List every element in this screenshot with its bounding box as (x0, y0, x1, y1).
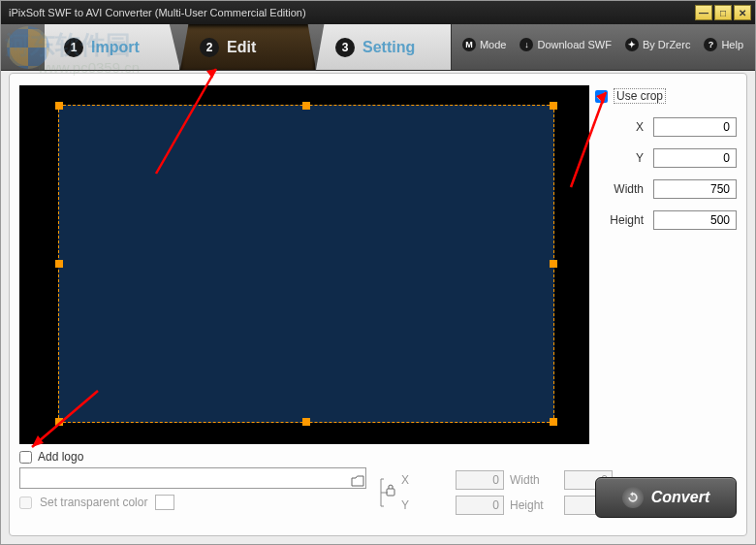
logo-height-label: Height (510, 498, 558, 512)
use-crop-label: Use crop (614, 88, 666, 104)
logo-x-label: X (401, 473, 450, 487)
crop-height-label: Height (610, 213, 644, 227)
tab-label: Edit (227, 39, 256, 56)
bottom-panel: Add logo X Width Y Height (19, 450, 737, 526)
minimize-button[interactable]: — (695, 5, 712, 20)
mode-link[interactable]: M Mode (462, 38, 507, 51)
crop-handle-s[interactable] (302, 418, 310, 426)
crop-handle-w[interactable] (55, 260, 63, 268)
crop-handle-sw[interactable] (55, 418, 63, 426)
use-crop-checkbox[interactable] (595, 90, 608, 103)
mode-icon: M (462, 38, 476, 51)
content-panel: Use crop X Y Width Height (9, 73, 747, 536)
logo-x-input (456, 470, 504, 490)
link-label: Help (721, 39, 743, 50)
folder-icon (351, 475, 364, 487)
logo-y-input (456, 496, 504, 515)
download-icon: ↓ (520, 38, 533, 51)
aspect-lock-icon[interactable] (380, 473, 395, 512)
crop-y-input[interactable] (653, 148, 737, 168)
crop-handle-n[interactable] (302, 102, 310, 110)
convert-icon (622, 487, 644, 508)
logo-path-input[interactable] (19, 467, 366, 489)
help-link[interactable]: ? Help (704, 38, 743, 51)
logo-y-label: Y (401, 498, 450, 512)
link-label: By DrZerc (643, 39, 691, 50)
titlebar: iPixSoft SWF to AVI Converter (Multi-Use… (1, 1, 755, 24)
download-swf-link[interactable]: ↓ Download SWF (520, 38, 611, 51)
convert-label: Convert (651, 489, 709, 506)
transparent-color-checkbox (19, 497, 32, 509)
browse-button[interactable] (349, 471, 366, 491)
svg-rect-0 (387, 489, 394, 496)
header-bar: 1 Import 2 Edit 3 Setting M Mode ↓ Downl… (1, 24, 755, 71)
maximize-button[interactable]: □ (714, 5, 732, 20)
logo-width-label: Width (510, 473, 558, 487)
crop-width-label: Width (614, 182, 644, 196)
crop-handle-nw[interactable] (55, 102, 63, 110)
crop-height-input[interactable] (653, 210, 737, 230)
link-label: Download SWF (537, 39, 611, 50)
tab-number-badge: 1 (64, 38, 83, 57)
author-icon: ✦ (625, 38, 639, 51)
tab-import[interactable]: 1 Import (45, 24, 180, 70)
close-button[interactable]: ✕ (734, 5, 751, 20)
crop-x-label: X (636, 120, 644, 134)
crop-handle-e[interactable] (550, 260, 557, 268)
titlebar-text: iPixSoft SWF to AVI Converter (Multi-Use… (9, 7, 695, 18)
convert-button[interactable]: Convert (595, 477, 737, 518)
by-link[interactable]: ✦ By DrZerc (625, 38, 691, 51)
crop-settings-panel: Use crop X Y Width Height (595, 85, 737, 240)
help-icon: ? (704, 38, 717, 51)
crop-handle-ne[interactable] (550, 102, 557, 110)
logo-coords-panel: X Width Y Height (380, 469, 613, 516)
crop-box[interactable] (58, 105, 554, 423)
tab-number-badge: 2 (200, 38, 219, 57)
tab-label: Setting (362, 39, 415, 56)
tab-edit[interactable]: 2 Edit (180, 24, 316, 70)
transparent-color-swatch (155, 495, 174, 510)
crop-handle-se[interactable] (550, 418, 557, 426)
add-logo-label: Add logo (38, 450, 83, 464)
preview-area (19, 85, 589, 444)
link-label: Mode (480, 39, 507, 50)
crop-width-input[interactable] (653, 179, 737, 199)
tab-label: Import (91, 39, 140, 56)
tab-number-badge: 3 (335, 38, 355, 57)
add-logo-checkbox[interactable] (19, 451, 32, 464)
transparent-color-label: Set transparent color (40, 496, 147, 509)
tab-setting[interactable]: 3 Setting (316, 24, 452, 70)
crop-x-input[interactable] (653, 117, 737, 137)
crop-y-label: Y (636, 151, 644, 165)
